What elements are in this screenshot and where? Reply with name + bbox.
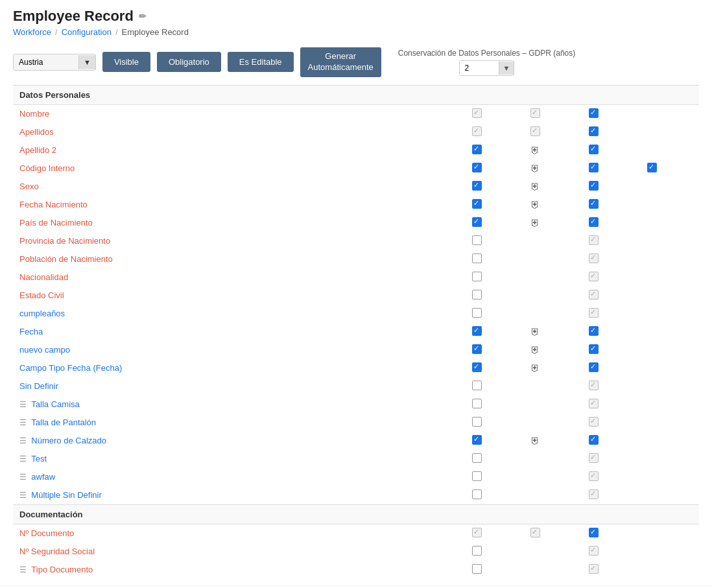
generar-cell [641,105,699,123]
field-link[interactable]: Talla Camisa [31,399,79,409]
list-icon: ☰ [19,491,29,500]
field-label: Nº Documento [19,528,74,538]
field-name-cell: nuevo campo [13,341,466,359]
table-row: nuevo campo⛨ [13,341,699,359]
field-label: Sexo [19,182,39,191]
obligatorio-cell: ⛨ [524,196,582,214]
table-row: Estado Civil [13,287,699,305]
field-name-cell: Estado Civil [13,287,466,305]
field-link[interactable]: Múltiple Sin Definir [31,490,101,500]
page-title: Employee Record ✏ [13,8,699,25]
obligatorio-cell [524,450,582,468]
obligatorio-cell [524,395,582,414]
visible-cell [466,123,524,141]
obligatorio-cell [524,486,582,504]
field-name-cell: ☰ Test [13,450,466,468]
editable-cell [582,250,641,268]
field-name-cell: Provincia de Nacimiento [13,232,466,250]
table-row: Fecha Nacimiento⛨ [13,196,699,214]
visible-cell [466,432,524,450]
field-name-cell: Sin Definir [13,377,466,395]
table-row: cumpleaños [13,305,699,323]
visible-cell [466,305,524,323]
editable-cell [582,395,641,414]
field-link[interactable]: Número de Calzado [31,436,106,445]
visible-cell [466,232,524,250]
edit-icon[interactable]: ✏ [139,11,147,21]
field-link[interactable]: Talla de Pantalón [31,417,96,427]
field-name-cell: País de Nacimiento [13,214,466,232]
generar-cell [641,287,699,305]
editable-cell [582,524,641,543]
visible-cell [466,414,524,432]
obligatorio-cell: ⛨ [524,341,582,359]
obligatorio-cell [524,123,582,141]
page-header: Employee Record ✏ Workforce / Configurat… [0,0,712,40]
breadcrumb-current: Employee Record [122,27,189,37]
editable-button[interactable]: Es Editable [228,52,294,72]
breadcrumb-configuration[interactable]: Configuration [62,27,112,37]
table-row: ☰ Múltiple Sin Definir [13,486,699,504]
field-link[interactable]: Campo Tipo Fecha (Fecha) [19,363,122,373]
gdpr-label: Conservación de Datos Personales – GDPR … [398,49,575,58]
obligatorio-cell [524,377,582,395]
gdpr-value-input[interactable] [460,61,499,75]
editable-cell [582,543,641,561]
field-link[interactable]: nuevo campo [19,345,70,355]
table-row: Nº Seguridad Social [13,543,699,561]
editable-cell [582,486,641,504]
field-name-cell: ☰ Talla Camisa [13,395,466,414]
gdpr-input-wrap[interactable]: ▼ [459,60,515,76]
field-link[interactable]: Fecha [19,327,43,336]
gdpr-arrow[interactable]: ▼ [499,62,514,75]
editable-cell [582,561,641,579]
section-table-1: Nº Documento Nº Seguridad Social ☰ Tipo … [13,524,699,579]
list-icon: ☰ [19,400,29,409]
breadcrumb-workforce[interactable]: Workforce [13,27,51,37]
field-name-cell: ☰ Tipo Documento [13,561,466,579]
country-select[interactable]: Austria ▼ [13,54,96,71]
field-name-cell: ☰ Número de Calzado [13,432,466,450]
footer: powered by Política de Privacidad [0,585,712,588]
obligatorio-button[interactable]: Obligatorio [157,52,221,72]
obligatorio-cell [524,105,582,123]
field-label: Población de Nacimiento [19,254,113,264]
obligatorio-cell [524,414,582,432]
field-link[interactable]: cumpleaños [19,309,65,318]
country-arrow[interactable]: ▼ [78,55,95,69]
field-name-cell: Nº Documento [13,524,466,543]
section-header-1: Documentación [13,504,699,524]
main-content: Datos PersonalesNombre Apellidos Apellid… [0,85,712,579]
generar-cell [641,305,699,323]
visible-button[interactable]: Visible [102,52,150,72]
obligatorio-cell [524,250,582,268]
section-header-0: Datos Personales [13,85,699,105]
field-link[interactable]: Test [31,454,47,464]
table-row: Población de Nacimiento [13,250,699,268]
field-name-cell: Código Interno [13,159,466,178]
editable-cell [582,468,641,486]
generar-cell [641,414,699,432]
obligatorio-cell: ⛨ [524,141,582,159]
visible-cell [466,359,524,377]
editable-cell [582,196,641,214]
gdpr-section: Conservación de Datos Personales – GDPR … [398,49,575,76]
obligatorio-cell: ⛨ [524,214,582,232]
country-dropdown[interactable]: Austria [14,54,78,70]
generar-cell [641,323,699,341]
field-label: Nombre [19,109,49,119]
field-link[interactable]: Sin Definir [19,381,58,391]
generar-cell [641,232,699,250]
generar-cell [641,123,699,141]
editable-cell [582,141,641,159]
generar-button[interactable]: Generar Automáticamente [300,47,381,77]
table-row: ☰ Tipo Documento [13,561,699,579]
field-link[interactable]: awfaw [31,472,55,482]
field-label: Estado Civil [19,290,64,300]
sections-container: Datos PersonalesNombre Apellidos Apellid… [13,85,699,579]
field-label: Apellidos [19,127,54,137]
visible-cell [466,214,524,232]
field-label: Provincia de Nacimiento [19,236,110,246]
field-name-cell: Nacionalidad [13,268,466,287]
toolbar: Austria ▼ Visible Obligatorio Es Editabl… [0,40,712,85]
